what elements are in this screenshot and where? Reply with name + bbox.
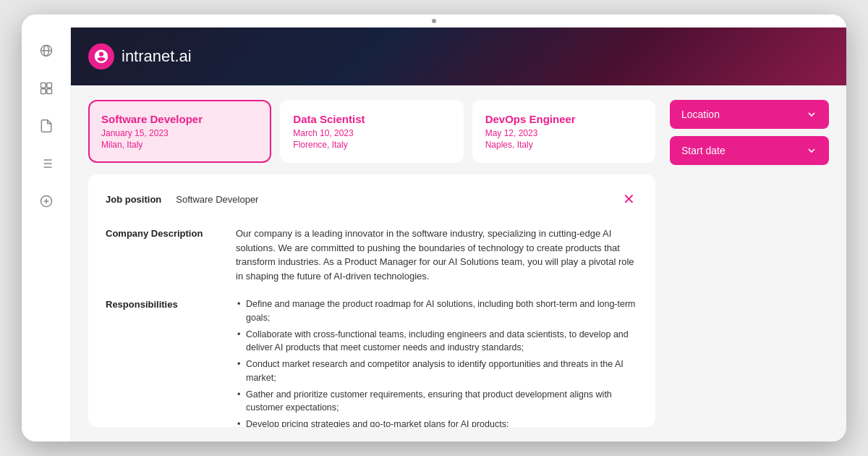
chevron-down-icon-2 [806, 145, 817, 156]
job-cards: Software Developer January 15, 2023 Mila… [88, 100, 655, 163]
job-position-label: Job position [106, 194, 161, 205]
job-card-software-developer[interactable]: Software Developer January 15, 2023 Mila… [88, 100, 271, 163]
job-card-date-1: January 15, 2023 [101, 128, 258, 138]
job-card-location-1: Milan, Italy [101, 140, 258, 150]
job-card-title-2: Data Scientist [293, 113, 450, 125]
sidebar-item-document[interactable] [35, 114, 58, 138]
responsibility-item-1: Define and manage the product roadmap fo… [236, 297, 638, 325]
responsibility-item-2: Collaborate with cross-functional teams,… [236, 328, 638, 355]
responsibilities-value: Define and manage the product roadmap fo… [236, 297, 638, 427]
content-area: Software Developer January 15, 2023 Mila… [71, 85, 846, 442]
detail-header-row: Job position Software Developer ✕ [106, 189, 638, 215]
job-card-location-2: Florence, Italy [293, 140, 450, 150]
responsibility-item-5: Develop pricing strategies and go-to-mar… [236, 418, 638, 427]
job-card-title-1: Software Developer [101, 113, 258, 125]
job-card-data-scientist[interactable]: Data Scientist March 10, 2023 Florence, … [280, 100, 463, 163]
sidebar-item-add[interactable] [35, 190, 58, 213]
sidebar [22, 28, 71, 442]
job-card-date-3: May 12, 2023 [485, 128, 642, 138]
company-description-value: Our company is a leading innovator in th… [236, 227, 638, 283]
startdate-filter-button[interactable]: Start date [670, 136, 829, 165]
camera-dot [432, 19, 436, 23]
svg-rect-6 [46, 89, 51, 94]
job-card-location-3: Naples, Italy [485, 140, 642, 150]
job-card-title-3: DevOps Engineer [485, 113, 642, 125]
responsibilities-label: Responsibilities [106, 297, 221, 427]
responsibility-item-3: Conduct market research and competitor a… [236, 358, 638, 385]
app-header: intranet.ai [71, 28, 846, 85]
logo-icon [88, 43, 114, 69]
sidebar-item-globe[interactable] [35, 39, 58, 62]
location-filter-label: Location [681, 109, 720, 120]
sidebar-item-grid[interactable] [35, 77, 58, 100]
startdate-filter-label: Start date [681, 145, 726, 156]
sidebar-item-list[interactable] [35, 152, 58, 175]
svg-rect-4 [46, 83, 51, 88]
location-filter-button[interactable]: Location [670, 100, 829, 129]
logo-text: intranet.ai [122, 47, 192, 66]
right-panel-filters: Location Start date [670, 100, 829, 427]
responsibilities-list: Define and manage the product roadmap fo… [236, 297, 638, 427]
logo-area: intranet.ai [88, 43, 192, 69]
svg-rect-3 [41, 83, 46, 88]
company-description-row: Company Description Our company is a lea… [106, 227, 638, 283]
main-area: intranet.ai Software Developer January 1… [71, 28, 846, 442]
responsibility-item-4: Gather and prioritize customer requireme… [236, 388, 638, 415]
job-position-value: Software Developer [176, 194, 620, 205]
job-card-devops-engineer[interactable]: DevOps Engineer May 12, 2023 Naples, Ita… [472, 100, 655, 163]
left-panel: Software Developer January 15, 2023 Mila… [88, 100, 655, 427]
svg-rect-5 [41, 89, 46, 94]
responsibilities-row: Responsibilities Define and manage the p… [106, 297, 638, 427]
close-button[interactable]: ✕ [620, 189, 638, 209]
detail-panel: Job position Software Developer ✕ Compan… [88, 174, 655, 427]
chevron-down-icon [806, 109, 817, 120]
company-description-label: Company Description [106, 227, 221, 283]
device-top [22, 14, 846, 28]
job-card-date-2: March 10, 2023 [293, 128, 450, 138]
